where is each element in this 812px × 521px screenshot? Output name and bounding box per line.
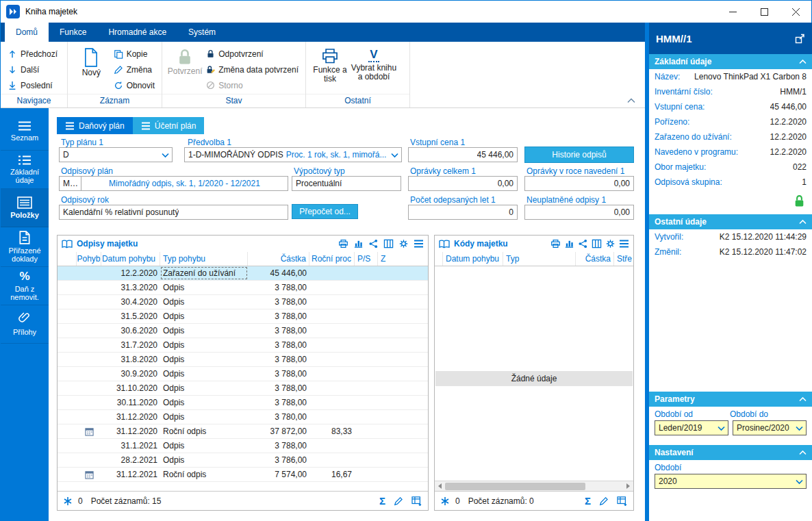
- table-row[interactable]: 31.12.2020 Roční odpis 37 872,00 83,33: [58, 424, 428, 439]
- neuplatnene-field[interactable]: 0,00: [524, 205, 634, 220]
- print-icon[interactable]: [338, 239, 348, 249]
- minimize-button[interactable]: [717, 1, 748, 23]
- scroll-left-arrow[interactable]: [435, 481, 445, 491]
- chart-icon[interactable]: [353, 239, 364, 249]
- sidebar-item-prirazene-doklady[interactable]: Přiřazené doklady: [1, 227, 49, 267]
- pencil-icon[interactable]: [599, 496, 609, 506]
- storno-button[interactable]: Storno: [203, 77, 301, 93]
- share-icon[interactable]: [368, 239, 379, 249]
- section-ostatni-udaje[interactable]: Ostatní údaje: [649, 214, 812, 229]
- header-datum-pohybu[interactable]: Datum pohybu: [443, 252, 503, 266]
- vstupni-cena-field[interactable]: 45 446,00: [408, 147, 518, 162]
- vypoctovy-typ-field[interactable]: Procentuální: [292, 176, 401, 191]
- menu-icon[interactable]: [414, 240, 424, 248]
- select-book-period-button[interactable]: V Vybrat knihu a období: [350, 46, 398, 94]
- header-datum-pohybu[interactable]: Datum pohybu: [101, 252, 160, 266]
- asterisk-icon[interactable]: [63, 496, 73, 506]
- sum-icon[interactable]: Σ: [585, 496, 591, 506]
- table-row[interactable]: 31.8.2020 Odpis 3 788,00: [58, 353, 428, 367]
- edit-button[interactable]: Změna: [111, 62, 157, 77]
- pocet-let-field[interactable]: 0: [408, 205, 518, 220]
- ribbon-collapse-button[interactable]: [627, 98, 635, 103]
- confirm-button[interactable]: Potvrzení: [166, 46, 203, 94]
- header-ps[interactable]: P/S: [355, 252, 378, 266]
- sidebar-item-polozky[interactable]: Položky: [1, 189, 49, 227]
- section-zakladni-udaje[interactable]: Základní údaje: [649, 54, 812, 69]
- change-confirm-date-button[interactable]: Změna data potvrzení: [203, 62, 301, 77]
- horizontal-scrollbar[interactable]: [435, 481, 633, 491]
- obdobi-od-select[interactable]: Leden/2019: [655, 420, 728, 435]
- print-icon[interactable]: [550, 239, 561, 249]
- header-castka[interactable]: Částka: [576, 252, 614, 266]
- header-castka[interactable]: Částka: [248, 252, 309, 266]
- tab-danovy-plan[interactable]: Daňový plán: [57, 117, 133, 134]
- prepocet-button[interactable]: Přepočet od...: [292, 204, 358, 219]
- sidebar-item-zakladni-udaje[interactable]: Základní údaje: [1, 151, 49, 189]
- table-row[interactable]: 31.12.2021 Roční odpis 7 574,00 16,67: [58, 468, 428, 482]
- table-row[interactable]: 28.2.2021 Odpis 3 786,00: [58, 453, 428, 468]
- opravky-roce-field[interactable]: 0,00: [524, 176, 634, 191]
- table-add-icon[interactable]: [617, 496, 628, 506]
- share-icon[interactable]: [578, 239, 588, 249]
- gear-icon[interactable]: [398, 239, 409, 249]
- table-row[interactable]: 31.3.2020 Odpis 3 788,00: [58, 281, 428, 295]
- prev-button[interactable]: Předchozí: [5, 46, 60, 62]
- expand-panel-button[interactable]: [795, 34, 805, 44]
- header-stredisko[interactable]: Stře: [614, 252, 633, 266]
- tab-hromadne-akce[interactable]: Hromadné akce: [97, 23, 177, 42]
- asterisk-icon[interactable]: [440, 496, 450, 506]
- table-row[interactable]: 30.6.2020 Odpis 3 788,00: [58, 324, 428, 338]
- odpisovy-plan-code-field[interactable]: M11: [59, 176, 81, 191]
- header-typ-pohybu[interactable]: Typ pohybu: [160, 252, 248, 266]
- table-row[interactable]: 12.2.2020 Zařazení do užívání 45 446,00: [58, 266, 428, 281]
- sidebar-item-dan-z-nemovit[interactable]: % Daň z nemovit.: [1, 267, 49, 305]
- tab-funkce[interactable]: Funkce: [49, 23, 97, 42]
- scroll-right-arrow[interactable]: [623, 481, 633, 491]
- table-row[interactable]: 31.5.2020 Odpis 3 788,00: [58, 309, 428, 324]
- sidebar-item-prilohy[interactable]: Přílohy: [1, 305, 49, 344]
- header-z[interactable]: Z: [378, 252, 428, 266]
- section-nastaveni[interactable]: Nastavení: [649, 445, 812, 460]
- table-row[interactable]: 31.10.2020 Odpis 3 788,00: [58, 381, 428, 396]
- next-button[interactable]: Další: [5, 62, 60, 77]
- header-rocni-proc[interactable]: Roční proc: [309, 252, 355, 266]
- unconfirm-button[interactable]: Odpotvrzení: [203, 46, 301, 62]
- tab-domu[interactable]: Domů: [5, 23, 49, 42]
- table-add-icon[interactable]: [411, 496, 422, 506]
- last-button[interactable]: Poslední: [5, 77, 60, 93]
- pencil-icon[interactable]: [394, 496, 403, 506]
- columns-icon[interactable]: [383, 239, 394, 249]
- table-row[interactable]: 31.12.2020 Odpis 3 780,00: [58, 410, 428, 424]
- gear-icon[interactable]: [605, 239, 616, 249]
- predvolba-select[interactable]: 1-D-MIMOŘÁDNÝ ODPIS Proc. 1 rok, sk. 1, …: [184, 147, 402, 162]
- tab-ucetni-plan[interactable]: Účetní plán: [133, 117, 205, 134]
- table-row[interactable]: 30.4.2020 Odpis 3 788,00: [58, 295, 428, 309]
- functions-print-button[interactable]: Funkce a tisk: [310, 46, 350, 94]
- sum-icon[interactable]: Σ: [379, 496, 385, 506]
- table-row[interactable]: 30.11.2020 Odpis 3 788,00: [58, 396, 428, 410]
- table-row[interactable]: 31.1.2021 Odpis 3 788,00: [58, 439, 428, 453]
- section-parametry[interactable]: Parametry: [649, 392, 812, 407]
- menu-icon[interactable]: [619, 240, 629, 248]
- typ-planu-select[interactable]: D: [59, 147, 173, 162]
- scrollbar-thumb[interactable]: [445, 483, 585, 490]
- historie-odpisu-button[interactable]: Historie odpisů: [524, 147, 634, 163]
- tab-system[interactable]: Systém: [177, 23, 227, 42]
- sidebar-item-seznam[interactable]: Seznam: [1, 112, 49, 151]
- columns-icon[interactable]: [592, 239, 602, 249]
- close-button[interactable]: [780, 1, 811, 23]
- header-pohyb[interactable]: Pohyb: [77, 252, 101, 266]
- copy-button[interactable]: Kopie: [111, 46, 157, 62]
- opravky-celkem-field[interactable]: 0,00: [408, 176, 518, 191]
- header-typ[interactable]: Typ: [503, 252, 576, 266]
- table-row[interactable]: 30.9.2020 Odpis 3 788,00: [58, 367, 428, 381]
- maximize-button[interactable]: [748, 1, 780, 23]
- chart-icon[interactable]: [564, 239, 574, 249]
- refresh-button[interactable]: Obnovit: [111, 77, 157, 93]
- odpisovy-rok-field[interactable]: Kalendářní % relativní posunutý: [59, 205, 288, 220]
- obdobi-do-select[interactable]: Prosinec/2020: [733, 420, 807, 435]
- odpisovy-plan-name-field[interactable]: Mimořádný odpis, sk. 1, 1/2020 - 12/2021: [81, 176, 288, 191]
- new-button[interactable]: Nový: [72, 46, 111, 94]
- obdobi-select[interactable]: 2020: [655, 474, 807, 489]
- table-row[interactable]: 31.7.2020 Odpis 3 788,00: [58, 338, 428, 353]
